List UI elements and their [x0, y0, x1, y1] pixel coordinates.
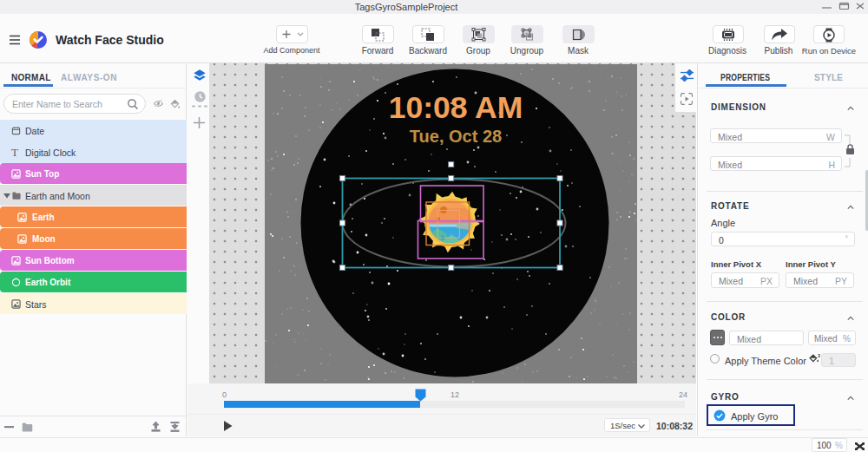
svg-text:3: 3 [818, 353, 820, 358]
svg-text:10:08 AM: 10:08 AM [389, 90, 523, 125]
svg-text:Tue, Oct 28: Tue, Oct 28 [410, 127, 502, 146]
